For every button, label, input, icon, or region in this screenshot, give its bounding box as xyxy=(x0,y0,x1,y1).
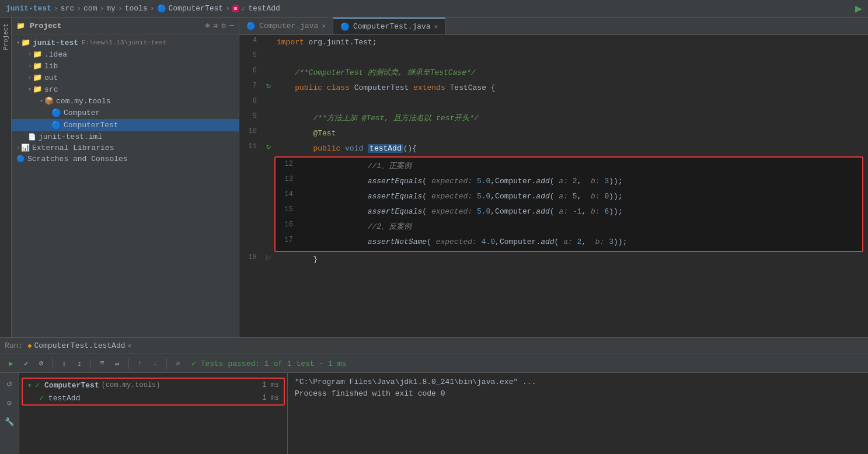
breadcrumb-my[interactable]: my xyxy=(106,4,116,13)
sort-desc-button[interactable]: ↥ xyxy=(73,357,86,370)
root-path: E:\new\1.13\junit-test xyxy=(82,39,166,46)
console-line-3: Process finished with exit code 0 xyxy=(295,388,861,400)
sidebar-collapse-icon[interactable]: ⇉ xyxy=(214,21,218,30)
align-button[interactable]: ≡ xyxy=(96,357,109,370)
tab-computertest[interactable]: 🔵 ComputerTest.java ✕ xyxy=(333,18,445,34)
tree-item-idea[interactable]: › 📁 .idea xyxy=(12,48,239,60)
check-icon: ✓ xyxy=(191,359,196,368)
tree-item-extlib[interactable]: › 📊 External Libraries xyxy=(12,142,239,153)
sort-asc-button[interactable]: ↧ xyxy=(58,357,71,370)
wrench-icon[interactable]: 🔧 xyxy=(2,415,16,429)
main-layout: Project 📁 Project ⊕ ⇉ ⚙ — ▾ 📁 junit-te xyxy=(0,18,868,454)
lib-folder-icon: 📁 xyxy=(33,61,42,71)
settings-icon[interactable]: ⚙ xyxy=(5,396,14,410)
tree-item-computer[interactable]: 🔵 Computer xyxy=(12,107,239,119)
breadcrumb-com[interactable]: com xyxy=(83,4,97,13)
tab-computer-close[interactable]: ✕ xyxy=(322,22,326,30)
code-line-7: 7 ↻ public class ComputerTest extends Te… xyxy=(239,81,868,96)
code-editor[interactable]: 4 import org.junit.Test; 5 6 /**Computer… xyxy=(239,35,868,337)
gutter-7: ↻ xyxy=(263,81,274,90)
tab-computertest-close[interactable]: ✕ xyxy=(434,23,438,30)
more-button[interactable]: » xyxy=(172,357,184,370)
title-bar: junit-test › src › com › my › tools › 🔵 … xyxy=(0,0,868,18)
line-content-17: assertNotSame( expected: 4.0,Computer.ad… xyxy=(311,235,862,250)
run-tab-icon: ◆ xyxy=(27,341,32,350)
test-item-testadd[interactable]: ✓ testAdd 1 ms xyxy=(23,392,284,404)
code-line-17: 17 assertNotSame( expected: 4.0,Computer… xyxy=(276,235,862,250)
folder-icon: 📁 xyxy=(16,22,25,30)
run-stop-button[interactable]: ⊘ xyxy=(35,357,48,370)
test-item-computertest[interactable]: ▾ ✓ ComputerTest (com.my.tools) 1 ms xyxy=(23,379,284,392)
code-line-8: 8 xyxy=(239,96,868,111)
line-content-10: @Test xyxy=(274,126,868,141)
root-label: junit-test xyxy=(33,39,78,47)
tree-item-package[interactable]: ▾ 📦 com.my.tools xyxy=(12,95,239,107)
out-folder-icon: 📁 xyxy=(33,73,42,82)
tree-item-computertest[interactable]: 🔵 ComputerTest xyxy=(12,119,239,131)
toolbar-sep4 xyxy=(166,358,167,369)
breadcrumb-sep3: › xyxy=(99,4,104,13)
run-tab-close[interactable]: ✕ xyxy=(127,342,131,350)
tree-root[interactable]: ▾ 📁 junit-test E:\new\1.13\junit-test xyxy=(12,37,239,48)
line-content-15: assertEquals( expected: 5.0,Computer.add… xyxy=(311,204,862,219)
run-check-button[interactable]: ✓ xyxy=(20,357,33,370)
out-arrow: › xyxy=(28,75,32,81)
tree-item-scratches[interactable]: 🔵 Scratches and Consoles xyxy=(12,153,239,165)
code-line-16: 16 //2、反案例 xyxy=(276,219,862,235)
tab-computertest-icon: 🔵 xyxy=(340,22,350,32)
src-label: src xyxy=(44,85,58,94)
bottom-left-icons: ↺ ⚙ 🔧 xyxy=(0,373,19,454)
breadcrumb-src[interactable]: src xyxy=(61,4,74,13)
computer-file-icon: 🔵 xyxy=(51,108,61,118)
down-button[interactable]: ↓ xyxy=(149,357,162,370)
line-content-14: assertEquals( expected: 5.0,Computer.add… xyxy=(311,189,862,204)
run-toolbar: ▶ ✓ ⊘ ↧ ↥ ≡ ⇌ ↑ ↓ » ✓ Tests passed: 1 of… xyxy=(0,354,868,373)
tree-area: ▾ 📁 junit-test E:\new\1.13\junit-test › … xyxy=(12,34,239,167)
code-line-14: 14 assertEquals( expected: 5.0,Computer.… xyxy=(276,189,862,204)
line-content-6: /**ComputerTest 的测试类, 继承至TestCase*/ xyxy=(274,65,868,81)
sidebar: 📁 Project ⊕ ⇉ ⚙ — ▾ 📁 junit-test E:\new\… xyxy=(12,18,239,337)
toolbar-sep1 xyxy=(53,358,53,369)
run-play-button[interactable]: ▶ xyxy=(5,357,18,370)
tree-item-out[interactable]: › 📁 out xyxy=(12,72,239,83)
sidebar-new-icon[interactable]: ⊕ xyxy=(205,21,210,30)
code-line-15: 15 assertEquals( expected: 5.0,Computer.… xyxy=(276,204,862,219)
align2-button[interactable]: ⇌ xyxy=(111,357,124,370)
breadcrumb-computertest[interactable]: ComputerTest xyxy=(169,4,224,13)
vertical-project-label[interactable]: Project xyxy=(2,18,9,56)
up-button[interactable]: ↑ xyxy=(134,357,147,370)
line-num-17: 17 xyxy=(276,235,299,244)
line-num-13: 13 xyxy=(276,174,299,183)
run-arrow-icon[interactable]: ▶ xyxy=(855,2,862,16)
tab-computer-icon: 🔵 xyxy=(246,22,256,31)
testadd-time: 1 ms xyxy=(262,394,279,402)
computertest-file-icon: 🔵 xyxy=(51,120,61,130)
tree-item-lib[interactable]: › 📁 lib xyxy=(12,60,239,72)
toolbar-sep2 xyxy=(90,358,91,369)
src-arrow: ▾ xyxy=(28,86,32,93)
line-num-4: 4 xyxy=(239,35,263,44)
line-num-11: 11 xyxy=(239,141,263,151)
line-content-7: public class ComputerTest extends TestCa… xyxy=(274,81,868,96)
run-tab-label: ComputerTest.testAdd xyxy=(34,341,125,350)
vertical-label-container: Project xyxy=(0,18,12,337)
line-num-8: 8 xyxy=(239,96,263,105)
tab-computer[interactable]: 🔵 Computer.java ✕ xyxy=(239,18,333,34)
sidebar-settings-icon[interactable]: ⚙ xyxy=(221,21,226,30)
computertest-pkg: (com.my.tools) xyxy=(102,381,161,389)
scratches-icon: 🔵 xyxy=(16,155,25,163)
run-tab-computertest[interactable]: ◆ ComputerTest.testAdd ✕ xyxy=(27,341,131,350)
title-bar-right: ▶ xyxy=(855,1,862,16)
tab-computer-label: Computer.java xyxy=(259,22,318,30)
rerun-icon[interactable]: ↺ xyxy=(4,375,15,392)
breadcrumb-project[interactable]: junit-test xyxy=(6,4,51,13)
line-num-6: 6 xyxy=(239,65,263,75)
sidebar-hide-icon[interactable]: — xyxy=(229,21,234,30)
breadcrumb-tools[interactable]: tools xyxy=(125,4,148,13)
breadcrumb-testadd[interactable]: testAdd xyxy=(248,4,280,13)
expand-arrow: ▾ xyxy=(27,381,32,390)
code-line-12: 12 //1、正案例 xyxy=(276,159,862,174)
tree-item-src[interactable]: ▾ 📁 src xyxy=(12,83,239,95)
code-line-4: 4 import org.junit.Test; xyxy=(239,35,868,50)
tree-item-iml[interactable]: 📄 junit-test.iml xyxy=(12,131,239,142)
